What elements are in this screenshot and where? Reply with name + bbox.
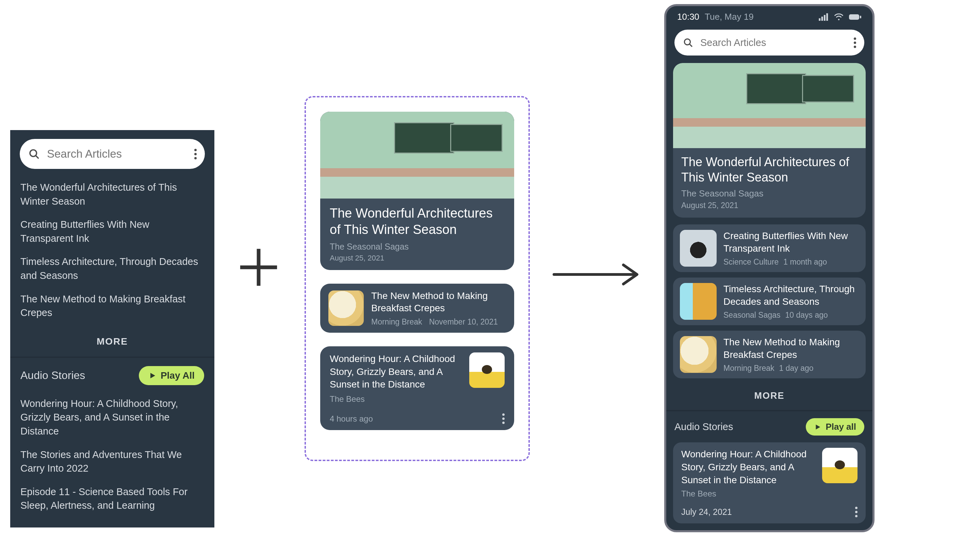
audio-item[interactable]: Wondering Hour: A Childhood Story, Grizz… [21, 392, 204, 443]
article-card-hero[interactable]: The Wonderful Architectures of This Wint… [320, 112, 514, 270]
audio-source: The Bees [681, 489, 858, 499]
article-source: The Seasonal Sagas [681, 188, 858, 199]
search-icon [28, 148, 40, 160]
audio-header: Audio Stories Play All [10, 358, 215, 389]
article-date: August 25, 2021 [330, 254, 504, 263]
article-source: Science Culture [724, 257, 778, 266]
article-date: 1 month ago [783, 257, 827, 266]
article-card-hero[interactable]: The Wonderful Architectures of This Wint… [673, 63, 865, 218]
article-item[interactable]: The New Method to Making Breakfast Crepe… [21, 287, 204, 324]
article-source: The Seasonal Sagas [330, 242, 504, 252]
play-icon [148, 372, 156, 380]
more-button[interactable]: MORE [666, 384, 872, 410]
svg-rect-5 [819, 18, 821, 21]
article-card-row-thumb-left[interactable]: The New Method to Making Breakfast Crepe… [320, 284, 514, 333]
article-date: 10 days ago [785, 311, 828, 319]
svg-rect-7 [824, 14, 826, 21]
article-title: The Wonderful Architectures of This Wint… [330, 205, 504, 238]
article-card-row[interactable]: The New Method to Making Breakfast Crepe… [673, 331, 865, 378]
article-hero-image [673, 63, 865, 148]
play-icon [814, 423, 821, 431]
article-card-row-thumb-right[interactable]: Wondering Hour: A Childhood Story, Grizz… [320, 346, 514, 430]
more-icon[interactable] [194, 149, 197, 160]
audio-header: Audio Stories Play all [666, 412, 872, 440]
play-all-button[interactable]: Play All [139, 366, 204, 385]
battery-icon [849, 14, 862, 21]
play-all-label: Play all [826, 421, 856, 432]
article-date: 4 hours ago [330, 414, 373, 424]
wifi-icon [834, 13, 844, 21]
audio-list: Wondering Hour: A Childhood Story, Grizz… [10, 389, 215, 528]
article-source: The Bees [330, 394, 504, 404]
play-all-button[interactable]: Play all [806, 418, 864, 436]
article-source: Seasonal Sagas [724, 311, 781, 319]
panel-basic-list: The Wonderful Architectures of This Wint… [10, 130, 215, 528]
svg-point-9 [838, 19, 840, 20]
article-title: The Wonderful Architectures of This Wint… [681, 154, 858, 185]
article-title: Creating Butterflies With New Transparen… [724, 230, 859, 255]
audio-item[interactable]: The Stories and Adventures That We Carry… [21, 443, 204, 480]
plus-icon [237, 245, 281, 289]
more-button[interactable]: MORE [10, 328, 215, 357]
audio-section-title: Audio Stories [675, 421, 733, 432]
search-bar[interactable] [675, 30, 864, 56]
article-date: November 10, 2021 [429, 317, 498, 326]
svg-point-0 [30, 150, 37, 156]
article-list: Creating Butterflies With New Transparen… [673, 224, 865, 378]
article-title: The New Method to Making Breakfast Crepe… [724, 336, 859, 361]
play-all-label: Play All [161, 370, 195, 381]
article-hero-image [320, 112, 514, 198]
article-item[interactable]: The Wonderful Architectures of This Wint… [21, 176, 204, 213]
status-time: 10:30 [677, 11, 699, 22]
svg-rect-11 [860, 16, 861, 18]
article-source: Morning Break [371, 317, 422, 326]
article-date: 1 day ago [779, 364, 814, 373]
audio-section-title: Audio Stories [21, 369, 85, 382]
audio-date: July 24, 2021 [681, 507, 732, 517]
status-bar: 10:30 Tue, May 19 [666, 6, 872, 25]
search-bar[interactable] [20, 139, 205, 169]
more-icon[interactable] [855, 507, 858, 517]
article-thumb [328, 290, 364, 326]
svg-rect-10 [849, 14, 859, 20]
article-card-row[interactable]: Timeless Architecture, Through Decades a… [673, 278, 865, 325]
article-item[interactable]: Creating Butterflies With New Transparen… [21, 213, 204, 250]
phone-mock: 10:30 Tue, May 19 The Wonderful Architec… [664, 4, 875, 532]
article-thumb [680, 336, 717, 373]
search-icon [682, 37, 694, 48]
article-thumb [680, 283, 717, 320]
svg-line-1 [36, 156, 39, 159]
svg-line-13 [689, 44, 692, 47]
article-title: Timeless Architecture, Through Decades a… [724, 283, 859, 308]
article-card-row[interactable]: Creating Butterflies With New Transparen… [673, 224, 865, 272]
search-input[interactable] [700, 37, 854, 49]
article-source: Morning Break [724, 364, 775, 373]
article-title: Wondering Hour: A Childhood Story, Grizz… [330, 353, 462, 391]
search-input[interactable] [46, 147, 194, 161]
svg-rect-8 [826, 13, 828, 21]
article-item[interactable]: Timeless Architecture, Through Decades a… [21, 250, 204, 287]
svg-rect-6 [821, 16, 823, 21]
article-date: August 25, 2021 [681, 201, 858, 210]
more-icon[interactable] [502, 413, 504, 424]
audio-thumb [822, 448, 858, 483]
svg-point-12 [684, 39, 690, 45]
signal-icon [819, 13, 829, 21]
audio-card[interactable]: Wondering Hour: A Childhood Story, Grizz… [673, 442, 865, 523]
article-thumb [469, 353, 504, 388]
audio-title: Wondering Hour: A Childhood Story, Grizz… [681, 448, 815, 486]
panel-card-variants: The Wonderful Architectures of This Wint… [305, 96, 530, 461]
arrow-right-icon [551, 261, 643, 288]
status-date: Tue, May 19 [705, 11, 754, 22]
article-list: The Wonderful Architectures of This Wint… [10, 169, 215, 328]
more-icon[interactable] [854, 37, 856, 48]
article-title: The New Method to Making Breakfast Crepe… [371, 290, 506, 315]
audio-item[interactable]: Episode 11 - Science Based Tools For Sle… [21, 480, 204, 517]
article-thumb [680, 230, 717, 266]
